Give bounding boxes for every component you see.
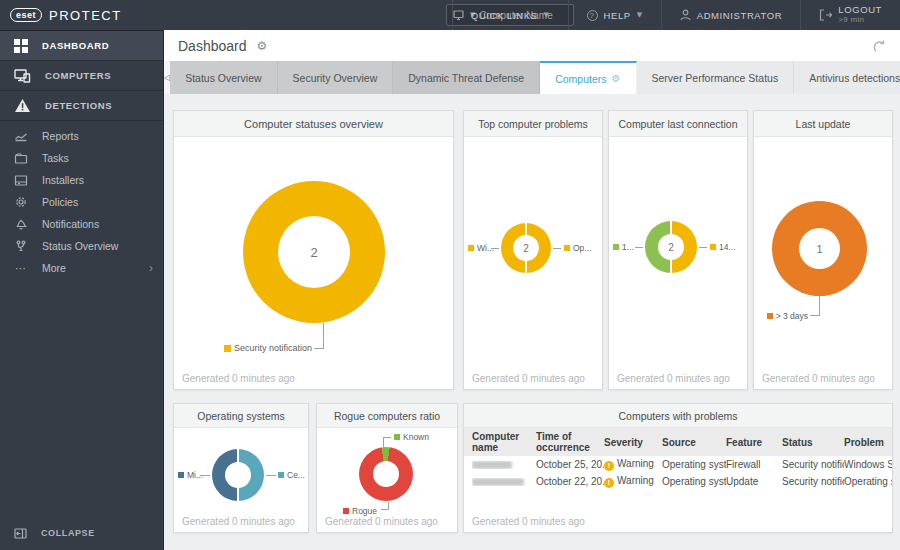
column-header[interactable]: Status (782, 437, 844, 448)
table-header-row: Computer name Time of occurrence Severit… (464, 428, 892, 456)
help-menu[interactable]: ? HELP ▼ (568, 0, 661, 30)
sidebar-item-tasks[interactable]: Tasks (0, 147, 163, 169)
administrator-menu[interactable]: ADMINISTRATOR (661, 0, 801, 30)
column-header[interactable]: Source (662, 437, 726, 448)
card-computers-with-problems[interactable]: Computers with problems Computer name Ti… (463, 403, 893, 533)
sidebar-item-label: DETECTIONS (45, 100, 112, 111)
card-title: Computers with problems (464, 404, 892, 428)
legend-label: > 3 days (776, 311, 808, 321)
refresh-button[interactable] (872, 39, 886, 53)
legend-swatch (278, 472, 284, 478)
sidebar-item-computers[interactable]: COMPUTERS (0, 61, 163, 91)
sidebar-item-status-overview[interactable]: Status Overview (0, 235, 163, 257)
computers-icon (14, 69, 31, 83)
tab-gear-icon[interactable]: ⚙ (612, 73, 621, 84)
logout-timer: >9 min (838, 16, 882, 25)
collapse-button[interactable]: COLLAPSE (0, 520, 163, 546)
computer-name-redacted (472, 478, 524, 486)
tab-server-performance-status[interactable]: Server Performance Status (637, 61, 795, 94)
product-name: PROTECT (49, 8, 122, 23)
generated-timestamp: Generated 0 minutes ago (617, 373, 730, 384)
help-icon: ? (587, 10, 598, 21)
column-header[interactable]: Feature (726, 437, 782, 448)
collapse-icon (14, 528, 27, 539)
legend-swatch (613, 244, 619, 250)
logout-icon (819, 9, 832, 21)
sidebar-item-label: Tasks (42, 152, 69, 164)
top-bar: eset PROTECT ▼ QUICK LINKS ▼ ? HELP ▼ AD… (0, 0, 900, 30)
card-operating-systems[interactable]: Operating systems Mi... Ce... Generated … (173, 403, 309, 533)
column-header[interactable]: Computer name (472, 431, 536, 453)
column-header[interactable]: Time of occurrence (536, 431, 604, 453)
tab-status-overview[interactable]: Status Overview (170, 61, 277, 94)
cell-status: Security notific... (782, 476, 844, 487)
cell-status: Security notific... (782, 459, 844, 470)
legend-label: Ce... (287, 470, 305, 480)
notifications-bell-icon (14, 218, 28, 230)
generated-timestamp: Generated 0 minutes ago (325, 516, 438, 527)
eset-logo: eset (10, 8, 42, 22)
sidebar-item-label: Installers (42, 174, 84, 186)
chevron-down-icon: ▼ (544, 11, 550, 19)
sidebar-item-label: Notifications (42, 218, 99, 230)
cell-source: Operating syst... (662, 476, 726, 487)
tab-antivirus-detections[interactable]: Antivirus detections (794, 61, 900, 94)
column-header[interactable]: Severity (604, 437, 662, 448)
sidebar-item-policies[interactable]: Policies (0, 191, 163, 213)
sidebar-item-detections[interactable]: DETECTIONS (0, 91, 163, 121)
tab-security-overview[interactable]: Security Overview (278, 61, 394, 94)
card-last-update[interactable]: Last update 1 > 3 days Generated 0 minut… (753, 110, 893, 390)
table-row[interactable]: October 25, 20... !Warning Operating sys… (464, 456, 892, 473)
main-content: Dashboard ⚙ ◁ Status Overview Security O… (163, 30, 900, 550)
generated-timestamp: Generated 0 minutes ago (472, 516, 585, 527)
dashboard-grid-icon (14, 39, 28, 53)
card-top-computer-problems[interactable]: Top computer problems 2 Wi... Op... Gene… (463, 110, 603, 390)
legend-right: 14... (710, 242, 736, 252)
sidebar-item-more[interactable]: ⋯ More › (0, 257, 163, 279)
table-row[interactable]: October 22, 20... !Warning Operating sys… (464, 473, 892, 490)
logout-button[interactable]: LOGOUT >9 min (800, 0, 900, 30)
sidebar-item-dashboard[interactable]: DASHBOARD (0, 31, 163, 61)
chevron-right-icon: › (149, 261, 153, 275)
legend-label: Op... (573, 243, 591, 253)
sidebar-item-notifications[interactable]: Notifications (0, 213, 163, 235)
tab-label: Dynamic Threat Defense (408, 72, 524, 84)
legend-swatch (767, 313, 773, 319)
legend-label: Mi... (187, 470, 203, 480)
card-computer-statuses-overview[interactable]: Computer statuses overview 2 Security no… (173, 110, 454, 390)
sidebar-item-label: Reports (42, 130, 79, 142)
sidebar-item-reports[interactable]: Reports (0, 125, 163, 147)
tab-dynamic-threat-defense[interactable]: Dynamic Threat Defense (393, 61, 540, 94)
callout-line (314, 323, 324, 349)
sidebar-item-label: Policies (42, 196, 78, 208)
quick-links-menu[interactable]: QUICK LINKS ▼ (452, 0, 568, 30)
dashboard-settings-gear-icon[interactable]: ⚙ (257, 39, 268, 53)
legend-label: Wi... (477, 243, 494, 253)
legend-rogue: Rogue (343, 506, 377, 516)
generated-timestamp: Generated 0 minutes ago (182, 516, 295, 527)
more-ellipsis-icon: ⋯ (14, 262, 28, 275)
generated-timestamp: Generated 0 minutes ago (762, 373, 875, 384)
card-computer-last-connection[interactable]: Computer last connection 2 1... 14... Ge… (608, 110, 748, 390)
legend-known: Known (394, 432, 429, 442)
sidebar-item-installers[interactable]: Installers (0, 169, 163, 191)
quick-links-label: QUICK LINKS (471, 10, 538, 21)
card-rogue-computers-ratio[interactable]: Rogue computers ratio Known Rogue Genera… (316, 403, 458, 533)
legend-swatch (178, 472, 184, 478)
legend-left: 1... (613, 242, 634, 252)
legend-swatch (564, 245, 570, 251)
generated-timestamp: Generated 0 minutes ago (472, 373, 585, 384)
cell-time: October 25, 20... (536, 459, 604, 470)
legend-swatch (224, 345, 231, 352)
cell-source: Operating syst... (662, 459, 726, 470)
policies-gear-icon (14, 196, 28, 208)
legend-swatch (710, 244, 716, 250)
cell-problem: Operating syst... (844, 476, 892, 487)
legend-label: 14... (719, 242, 736, 252)
tab-computers[interactable]: Computers ⚙ (540, 61, 636, 94)
card-title: Computer last connection (609, 111, 747, 137)
problems-table: Computer name Time of occurrence Severit… (464, 428, 892, 490)
sidebar: DASHBOARD COMPUTERS DETECTIONS Reports T… (0, 30, 163, 550)
callout-line (266, 475, 276, 476)
column-header[interactable]: Problem (844, 437, 892, 448)
